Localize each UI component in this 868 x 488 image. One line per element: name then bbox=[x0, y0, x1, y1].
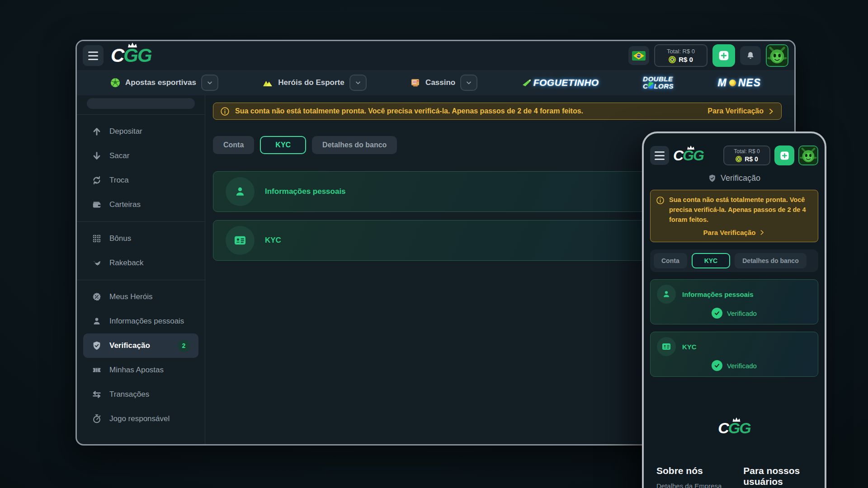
sidebar-item-minhas-apostas[interactable]: Minhas Apostas bbox=[83, 358, 198, 382]
stopwatch-icon bbox=[92, 414, 102, 424]
mountain-icon bbox=[262, 78, 273, 87]
two-color-card-icon bbox=[648, 82, 654, 89]
footer-about-title: Sobre nós bbox=[656, 465, 722, 476]
deposit-button[interactable] bbox=[774, 145, 794, 165]
arrow-down-icon bbox=[92, 151, 102, 161]
shield-icon bbox=[708, 174, 717, 183]
mobile-top-bar: CGG Total: R$ 0 R$ 0 bbox=[644, 133, 825, 165]
sidebar: Depositar Sacar Troca Carteiras bbox=[77, 95, 205, 444]
sidebar-collapsed-item[interactable] bbox=[87, 98, 195, 109]
menu-button[interactable] bbox=[83, 45, 104, 66]
ticket-icon bbox=[92, 365, 102, 375]
avatar[interactable] bbox=[766, 44, 788, 67]
wallet-icon bbox=[92, 200, 102, 210]
tab-detalhes-do-banco[interactable]: Detalhes do banco bbox=[312, 136, 397, 154]
brazil-flag-icon bbox=[632, 51, 646, 61]
tab-conta[interactable]: Conta bbox=[654, 253, 687, 268]
crown-icon bbox=[127, 42, 138, 48]
slot-machine-icon bbox=[410, 78, 420, 88]
go-to-verification-link[interactable]: Para Verificação bbox=[708, 107, 774, 115]
nav-sports[interactable]: Apostas esportivas bbox=[110, 75, 218, 91]
sidebar-item-jogo-responsavel[interactable]: Jogo responsável bbox=[83, 407, 198, 431]
verification-warning-banner: Sua conta não está totalmente pronta. Vo… bbox=[650, 190, 818, 242]
soccer-ball-icon bbox=[110, 78, 120, 88]
tab-kyc[interactable]: KYC bbox=[692, 253, 731, 268]
info-icon bbox=[220, 107, 230, 116]
hamburger-icon bbox=[88, 52, 98, 53]
total-label: Total: R$ 0 bbox=[734, 148, 760, 155]
language-flag-button[interactable] bbox=[628, 46, 649, 65]
mobile-preview-panel: CGG Total: R$ 0 R$ 0 Verifi bbox=[642, 131, 826, 488]
plus-icon bbox=[718, 50, 730, 61]
brl-coin-icon bbox=[736, 156, 742, 162]
brl-coin-icon bbox=[669, 56, 676, 63]
card-label: KYC bbox=[682, 343, 697, 351]
sidebar-item-informacoes-pessoais[interactable]: Informações pessoais bbox=[83, 309, 198, 333]
nav-heroes-label: Heróis do Esporte bbox=[278, 78, 344, 87]
game-logo-double-colors[interactable]: DOUBLE CLORS bbox=[643, 76, 674, 89]
personal-info-card[interactable]: Informações pessoais Verificado bbox=[650, 279, 818, 324]
gift-icon bbox=[92, 234, 102, 244]
brand-logo: CGG bbox=[718, 420, 750, 436]
deposit-button[interactable] bbox=[712, 44, 735, 67]
footer-users-title: Para nossos usuários bbox=[743, 465, 811, 487]
wallet-balance-button[interactable]: Total: R$ 0 R$ 0 bbox=[654, 44, 708, 67]
chevron-down-icon[interactable] bbox=[460, 75, 477, 91]
nav-casino[interactable]: Cassino bbox=[410, 75, 477, 91]
chevron-down-icon[interactable] bbox=[201, 75, 218, 91]
warning-text: Sua conta não está totalmente pronta. Vo… bbox=[235, 107, 583, 115]
chevron-down-icon[interactable] bbox=[349, 75, 367, 91]
kyc-card[interactable]: KYC Verificado bbox=[650, 332, 818, 377]
verification-count-badge: 2 bbox=[178, 340, 190, 352]
sidebar-item-verificacao[interactable]: Verificação 2 bbox=[83, 333, 198, 358]
mobile-footer: Sobre nós Detalhes da Empresa Termos e C… bbox=[644, 465, 825, 488]
game-logo-foguetinho[interactable]: FOGUETINHO bbox=[522, 77, 599, 88]
id-card-icon bbox=[657, 337, 676, 356]
verification-status: Verificado bbox=[657, 360, 811, 371]
brand-logo[interactable]: CGG bbox=[111, 46, 151, 65]
nav-sports-label: Apostas esportivas bbox=[125, 78, 196, 87]
sidebar-item-carteiras[interactable]: Carteiras bbox=[83, 192, 198, 217]
divider bbox=[77, 221, 205, 222]
sidebar-item-meus-herois[interactable]: Meus Heróis bbox=[83, 285, 198, 309]
mobile-page-title: Verificação bbox=[644, 174, 825, 183]
id-card-icon bbox=[226, 226, 255, 255]
person-icon bbox=[226, 177, 255, 206]
account-tabs: Conta KYC Detalhes do banco bbox=[650, 249, 818, 272]
swap-icon bbox=[92, 175, 102, 185]
sidebar-item-sacar[interactable]: Sacar bbox=[83, 144, 198, 168]
tab-detalhes-do-banco[interactable]: Detalhes do banco bbox=[735, 253, 806, 268]
brand-logo[interactable]: CGG bbox=[673, 148, 703, 163]
game-logo-mines[interactable]: MNES bbox=[718, 77, 761, 89]
footer-about-column: Sobre nós Detalhes da Empresa Termos e C… bbox=[656, 465, 722, 488]
sidebar-item-troca[interactable]: Troca bbox=[83, 168, 198, 192]
sidebar-item-rakeback[interactable]: Rakeback bbox=[83, 251, 198, 275]
verification-status: Verificado bbox=[657, 308, 811, 319]
tab-kyc[interactable]: KYC bbox=[260, 136, 306, 154]
crown-icon bbox=[732, 417, 741, 422]
tab-conta[interactable]: Conta bbox=[213, 136, 254, 154]
shell-icon bbox=[729, 80, 736, 86]
arrow-up-icon bbox=[92, 127, 102, 136]
wallet-balance-button[interactable]: Total: R$ 0 R$ 0 bbox=[723, 145, 770, 165]
person-icon bbox=[92, 316, 102, 326]
notifications-button[interactable] bbox=[740, 46, 761, 65]
plus-icon bbox=[779, 150, 790, 161]
card-label: Informações pessoais bbox=[265, 187, 346, 196]
avatar[interactable] bbox=[798, 145, 818, 165]
balance-value: R$ 0 bbox=[679, 56, 693, 63]
verification-warning-banner: Sua conta não está totalmente pronta. Vo… bbox=[213, 103, 782, 120]
crown-icon bbox=[686, 145, 695, 150]
footer-users-column: Para nossos usuários Jogo responsável bbox=[743, 465, 811, 488]
bat-icon bbox=[92, 258, 102, 268]
sidebar-item-depositar[interactable]: Depositar bbox=[83, 119, 198, 144]
nav-heroes[interactable]: Heróis do Esporte bbox=[262, 75, 366, 91]
footer-link-detalhes-da-empresa[interactable]: Detalhes da Empresa bbox=[656, 482, 722, 488]
go-to-verification-link[interactable]: Para Verificação bbox=[656, 229, 812, 236]
sidebar-item-transacoes[interactable]: Transações bbox=[83, 382, 198, 407]
divider bbox=[77, 280, 205, 280]
total-label: Total: R$ 0 bbox=[667, 48, 695, 55]
card-label: KYC bbox=[265, 236, 281, 245]
menu-button[interactable] bbox=[650, 146, 669, 165]
sidebar-item-bonus[interactable]: Bônus bbox=[83, 226, 198, 251]
